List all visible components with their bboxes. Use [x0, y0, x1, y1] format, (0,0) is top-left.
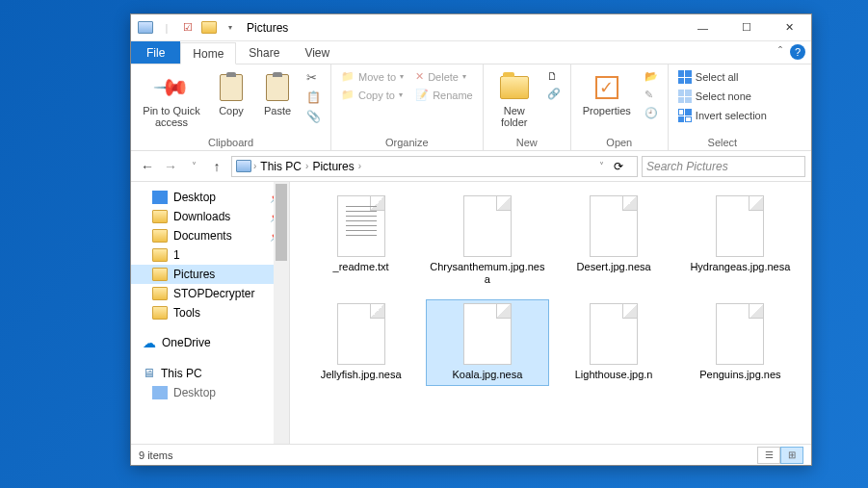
- minimize-button[interactable]: —: [681, 14, 724, 41]
- properties-button[interactable]: ✓ Properties: [577, 68, 637, 120]
- group-organize: 📁Move to▾ 📁Copy to▾ ✕Delete▾ 📝Rename Org…: [331, 64, 484, 150]
- rename-icon: 📝: [415, 89, 429, 101]
- select-all-button[interactable]: Select all: [674, 68, 771, 86]
- pc-icon: 🖥: [143, 366, 155, 380]
- paste-shortcut-button[interactable]: 📎: [302, 108, 325, 125]
- file-item[interactable]: _readme.txt: [300, 192, 422, 290]
- scissors-icon: ✂: [306, 70, 317, 85]
- nav-folder-1[interactable]: 1: [131, 245, 289, 265]
- breadcrumb[interactable]: › This PC › Pictures › ˅ ⟳: [231, 156, 638, 177]
- maximize-button[interactable]: ☐: [724, 14, 768, 41]
- folder-icon: [152, 229, 168, 243]
- onedrive-icon: ☁: [143, 335, 156, 350]
- file-label: _readme.txt: [333, 261, 389, 273]
- window-title: Pictures: [239, 21, 288, 35]
- nav-tools[interactable]: Tools: [131, 303, 289, 322]
- tab-share[interactable]: Share: [236, 41, 292, 64]
- copy-to-button[interactable]: 📁Copy to▾: [337, 87, 408, 103]
- new-group-label: New: [489, 135, 565, 148]
- crumb-pictures[interactable]: Pictures: [310, 160, 355, 173]
- refresh-button[interactable]: ⟳: [614, 160, 633, 173]
- new-item-button[interactable]: 🗋: [543, 68, 565, 84]
- paste-button[interactable]: Paste: [256, 68, 299, 120]
- delete-icon: ✕: [415, 70, 424, 83]
- explorer-window: | ☑ ▾ Pictures — ☐ ✕ File Home Share Vie…: [130, 13, 812, 466]
- file-item[interactable]: Koala.jpg.nesa: [426, 299, 548, 385]
- select-group-label: Select: [674, 135, 771, 148]
- file-icon: [337, 195, 385, 257]
- back-button[interactable]: ←: [137, 156, 158, 177]
- paste-icon: [266, 74, 289, 101]
- folder-icon: [152, 248, 168, 262]
- qat-dropdown-icon[interactable]: ▾: [222, 19, 239, 37]
- icons-view-button[interactable]: ⊞: [780, 447, 803, 464]
- file-item[interactable]: Chrysanthemum.jpg.nesa: [426, 192, 548, 290]
- folder-qat-icon[interactable]: [200, 19, 218, 37]
- close-button[interactable]: ✕: [768, 14, 811, 41]
- file-item[interactable]: Jellyfish.jpg.nesa: [300, 299, 422, 385]
- invert-selection-button[interactable]: Invert selection: [674, 107, 771, 124]
- crumb-sep-icon[interactable]: ›: [305, 161, 308, 171]
- help-icon[interactable]: ?: [790, 44, 805, 60]
- copy-path-button[interactable]: 📋: [302, 89, 325, 106]
- address-dropdown-icon[interactable]: ˅: [591, 156, 612, 177]
- history-button[interactable]: 🕘: [641, 105, 662, 121]
- nav-thispc[interactable]: 🖥This PC: [131, 363, 289, 383]
- recent-locations-button[interactable]: ˅: [183, 156, 204, 177]
- tab-home[interactable]: Home: [180, 42, 236, 64]
- delete-button[interactable]: ✕Delete▾: [411, 68, 477, 85]
- move-to-button[interactable]: 📁Move to▾: [337, 68, 408, 85]
- search-input[interactable]: Search Pictures: [642, 156, 805, 177]
- pin-quick-access-button[interactable]: 📌 Pin to Quick access: [137, 68, 206, 132]
- file-icon: [716, 195, 764, 257]
- new-folder-button[interactable]: New folder: [489, 68, 539, 132]
- crumb-sep-icon[interactable]: ›: [253, 161, 256, 171]
- nav-downloads[interactable]: Downloads📌: [131, 207, 289, 226]
- file-item[interactable]: Penguins.jpg.nes: [679, 299, 802, 385]
- properties-label: Properties: [583, 105, 631, 116]
- copyto-icon: 📁: [341, 89, 355, 101]
- address-bar: ← → ˅ ↑ › This PC › Pictures › ˅ ⟳ Searc…: [131, 151, 811, 182]
- paste-label: Paste: [264, 105, 291, 116]
- rename-button[interactable]: 📝Rename: [411, 87, 477, 103]
- open-button[interactable]: 📂: [641, 68, 662, 85]
- nav-stopdecrypter[interactable]: STOPDecrypter: [131, 284, 289, 303]
- file-icon: [337, 303, 385, 365]
- nav-pictures[interactable]: Pictures: [131, 265, 289, 284]
- easy-access-button[interactable]: 🔗: [543, 86, 565, 102]
- nav-desktop[interactable]: Desktop📌: [131, 188, 289, 207]
- file-tab[interactable]: File: [131, 41, 180, 64]
- nav-desktop2[interactable]: Desktop: [131, 383, 289, 402]
- quick-access-toolbar: | ☑ ▾: [131, 19, 239, 37]
- open-icon: 📂: [644, 70, 658, 83]
- edit-button[interactable]: ✎: [641, 87, 662, 103]
- file-item[interactable]: Desert.jpg.nesa: [553, 192, 675, 290]
- copy-icon: [220, 74, 243, 101]
- new-folder-icon: [500, 76, 529, 99]
- group-select: Select all Select none Invert selection …: [669, 64, 776, 150]
- pin-label: Pin to Quick access: [143, 105, 200, 128]
- nav-onedrive[interactable]: ☁OneDrive: [131, 332, 289, 353]
- details-view-button[interactable]: ☰: [757, 447, 780, 464]
- file-grid[interactable]: _readme.txt Chrysanthemum.jpg.nesa Deser…: [290, 182, 811, 444]
- properties-qat-icon[interactable]: ☑: [179, 19, 197, 37]
- nav-documents[interactable]: Documents📌: [131, 226, 289, 245]
- cut-button[interactable]: ✂: [302, 68, 325, 87]
- up-button[interactable]: ↑: [206, 156, 227, 177]
- select-none-button[interactable]: Select none: [674, 88, 771, 105]
- file-item[interactable]: Lighthouse.jpg.n: [553, 299, 675, 385]
- file-item[interactable]: Hydrangeas.jpg.nesa: [679, 192, 802, 290]
- copy-button[interactable]: Copy: [210, 68, 252, 120]
- nav-scrollbar[interactable]: [274, 182, 289, 444]
- history-icon: 🕘: [644, 107, 658, 119]
- collapse-ribbon-icon[interactable]: ˆ: [778, 45, 782, 59]
- crumb-sep-icon[interactable]: ›: [358, 161, 361, 171]
- tab-view[interactable]: View: [292, 41, 342, 64]
- forward-button[interactable]: →: [160, 156, 181, 177]
- desktop-icon: [152, 191, 168, 204]
- pin-icon: 📌: [151, 67, 191, 107]
- file-icon: [463, 303, 512, 365]
- properties-icon: ✓: [595, 76, 618, 99]
- copy-label: Copy: [219, 105, 244, 116]
- crumb-thispc[interactable]: This PC: [258, 160, 303, 173]
